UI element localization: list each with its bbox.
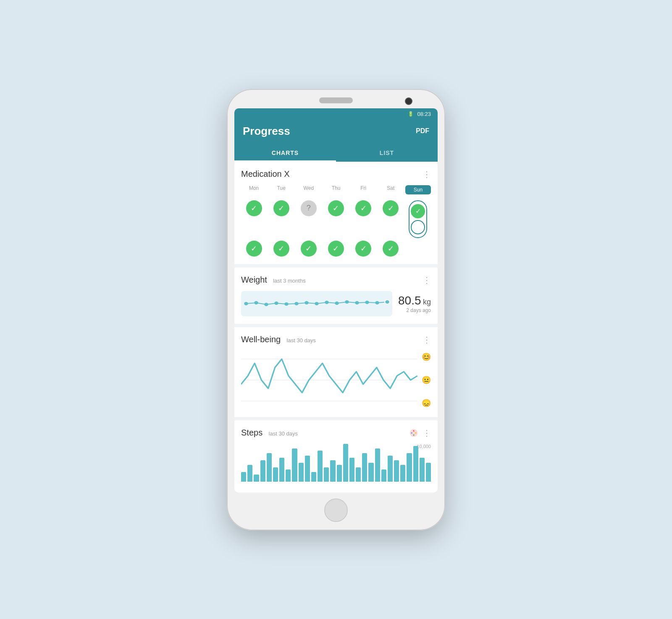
phone-speaker	[319, 97, 353, 103]
weight-unit: kg	[423, 298, 431, 306]
step-bar	[375, 449, 380, 482]
wellbeing-subtitle: last 30 days	[287, 337, 316, 344]
check-mon-1: ✓	[246, 200, 262, 216]
svg-point-1	[254, 301, 258, 304]
step-bar	[299, 463, 304, 482]
svg-point-14	[385, 300, 390, 304]
wellbeing-chart-container: 😊 😐 😞	[241, 351, 431, 409]
step-bar	[273, 467, 278, 482]
weight-more-icon[interactable]: ⋮	[423, 275, 431, 285]
col-sat: ✓	[378, 200, 404, 238]
weight-title: Weight	[241, 275, 267, 284]
status-bar: 🔋 08:23	[234, 108, 438, 120]
day-sat: Sat	[378, 185, 404, 194]
step-bar	[279, 458, 284, 481]
step-bar	[349, 458, 354, 481]
day-sun: Sun	[405, 185, 431, 194]
step-bar	[292, 449, 297, 482]
col-wed-2: ✓	[296, 241, 321, 257]
app-title: Progress	[243, 125, 290, 144]
tab-list[interactable]: LIST	[336, 144, 438, 162]
check-fri-1: ✓	[355, 200, 371, 216]
svg-point-6	[304, 301, 309, 304]
day-tue: Tue	[268, 185, 294, 194]
steps-more-icon[interactable]: ⋮	[423, 428, 431, 438]
weight-date: 2 days ago	[398, 307, 431, 313]
day-mon: Mon	[241, 185, 267, 194]
check-sat-2: ✓	[383, 241, 399, 257]
phone-camera	[405, 97, 412, 105]
weight-reading: 80.5 kg	[398, 294, 431, 307]
col-fri-2: ✓	[351, 241, 376, 257]
check-sat-1: ✓	[383, 200, 399, 216]
step-bar	[318, 451, 323, 481]
medication-title-row: Medication X	[241, 169, 290, 179]
check-thu-2: ✓	[328, 241, 344, 257]
check-sun-1: ✓	[411, 204, 425, 218]
weight-subtitle: last 3 months	[273, 278, 305, 284]
step-bar	[407, 453, 412, 482]
home-button[interactable]	[324, 498, 348, 522]
step-bar	[337, 465, 342, 481]
google-fit-icon	[409, 428, 418, 438]
svg-point-10	[345, 300, 349, 304]
wellbeing-card: Well-being last 30 days ⋮	[234, 327, 438, 417]
tab-charts[interactable]: CHARTS	[234, 144, 336, 162]
content-area: Medication X ⋮ Mon Tue Wed Thu Fri Sat S…	[234, 162, 438, 489]
svg-point-9	[335, 302, 339, 305]
wellbeing-card-header: Well-being last 30 days ⋮	[241, 335, 431, 345]
day-thu: Thu	[323, 185, 349, 194]
col-sun-placeholder	[405, 241, 431, 257]
medication-row2: ✓ ✓ ✓ ✓ ✓ ✓	[241, 241, 431, 257]
step-bar	[324, 467, 329, 482]
col-sun: ✓	[405, 200, 431, 238]
steps-title: Steps	[241, 428, 262, 437]
step-bar	[343, 444, 348, 482]
step-bar	[241, 472, 246, 482]
wellbeing-title: Well-being	[241, 335, 281, 344]
phone-bottom	[234, 498, 438, 522]
pdf-button[interactable]: PDF	[416, 127, 429, 141]
weight-line-chart	[241, 291, 392, 316]
phone-shell: 🔋 08:23 Progress PDF CHARTS LIST Medicat…	[227, 89, 445, 530]
wellbeing-chart	[241, 351, 431, 409]
step-bar	[388, 456, 393, 482]
wellbeing-more-icon[interactable]: ⋮	[423, 335, 431, 345]
step-bar	[254, 475, 259, 482]
weight-chart-area: 80.5 kg 2 days ago	[241, 291, 431, 316]
app-header: Progress PDF	[234, 120, 438, 144]
check-sun-2	[411, 220, 425, 234]
emoji-sad: 😞	[422, 399, 431, 408]
svg-point-7	[315, 302, 319, 305]
wellbeing-title-row: Well-being last 30 days	[241, 335, 316, 344]
weight-value-area: 80.5 kg 2 days ago	[398, 294, 431, 313]
day-fri: Fri	[351, 185, 376, 194]
medication-card-header: Medication X ⋮	[241, 169, 431, 179]
emoji-happy: 😊	[422, 352, 431, 362]
step-bar	[400, 465, 405, 481]
step-bar	[260, 460, 265, 482]
svg-point-12	[365, 301, 369, 304]
steps-title-row: Steps last 30 days	[241, 428, 298, 438]
step-bar	[267, 453, 272, 482]
medication-more-icon[interactable]: ⋮	[423, 169, 431, 179]
step-bar	[311, 472, 316, 482]
svg-point-4	[284, 302, 289, 306]
col-mon: ✓	[241, 200, 267, 238]
check-tue-1: ✓	[273, 200, 289, 216]
svg-point-11	[355, 301, 359, 304]
step-bar	[394, 460, 399, 482]
day-wed: Wed	[296, 185, 321, 194]
check-thu-1: ✓	[328, 200, 344, 216]
weight-title-row: Weight last 3 months	[241, 275, 306, 285]
sun-capsule: ✓	[409, 200, 427, 238]
phone-top	[234, 97, 438, 103]
medication-card: Medication X ⋮ Mon Tue Wed Thu Fri Sat S…	[234, 162, 438, 264]
col-thu: ✓	[323, 200, 349, 238]
step-bar	[420, 458, 425, 481]
col-sat-2: ✓	[378, 241, 404, 257]
svg-point-3	[274, 302, 278, 305]
wellbeing-emoji-axis: 😊 😐 😞	[422, 351, 431, 409]
medication-title: Medication X	[241, 169, 290, 178]
svg-point-2	[264, 303, 268, 306]
